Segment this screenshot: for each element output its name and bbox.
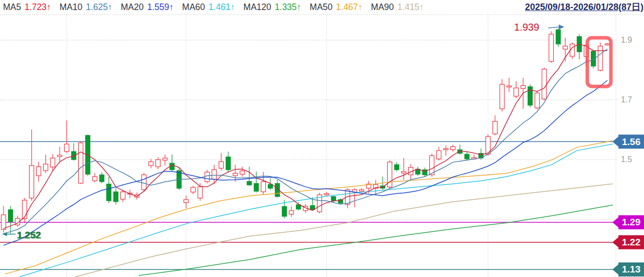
candle-up [121,192,125,199]
price-badge-value: 1.56 [622,136,640,147]
candle-up [521,85,526,88]
candle-up [205,172,210,182]
ma-legend-label: MA120 [243,2,271,13]
candle-up [430,156,434,175]
candle-up [493,121,498,134]
ma-legend-label: MA60 [182,2,205,13]
y-axis-label: 1.5 [621,155,632,164]
ma-legend-label: MA50 [309,2,333,13]
candle-down [170,163,175,170]
annotation-arrows [2,25,564,236]
ma-legend-item-ma50: MA501.467↑ [309,2,362,13]
candle-up [549,34,554,61]
ma-legend-item-ma10: MA101.625↑ [60,2,112,13]
candle-up [30,166,34,198]
ma-legend-item-ma90: MA901.415↑ [371,2,424,13]
candle-down [395,165,399,170]
candle-down [332,197,336,201]
candle-up [535,93,540,108]
candle-down [114,192,118,202]
candle-down [100,175,104,182]
candle-up [261,182,266,192]
candle-up [598,46,603,70]
candle-up [79,143,83,183]
ma-legend: MA51.723↑MA101.625↑MA201.559↑MA601.461↑M… [3,1,432,14]
candle-up [437,151,441,159]
candle-up [191,187,196,192]
candle-up [212,170,217,179]
candle-up [44,164,48,171]
candlestick-chart[interactable]: 1.561.291.221.13 [0,0,644,277]
candle-down [247,181,252,185]
ma-legend-value: 1.559↑ [147,2,174,13]
ma-legend-value: 1.723↑ [25,2,51,13]
candle-up [240,171,245,175]
candles [2,29,610,234]
candle-up [65,144,69,152]
candle-up [93,177,97,181]
candle-up [605,44,610,45]
candle-down [226,157,231,170]
ma-line-ma90 [75,184,613,277]
candle-up [289,211,294,214]
ma-legend-value: 1.625↑ [86,2,112,13]
y-axis-label: 1.9 [621,36,632,45]
candle-up [360,190,364,191]
candle-down [254,184,259,191]
ma-legend-item-ma20: MA201.559↑ [121,2,174,13]
stock-chart-app: 1.561.291.221.13 MA51.723↑MA101.625↑MA20… [0,0,644,277]
candle-up [23,200,27,219]
candle-up [507,86,512,87]
candle-up [51,158,55,167]
candle-up [142,175,146,190]
candle-up [444,149,448,150]
ma-legend-label: MA20 [121,2,144,13]
candle-up [163,158,168,160]
price-badge-value: 1.13 [622,264,640,274]
price-badge-value: 1.22 [622,237,640,247]
grid-layer [0,15,644,277]
ma-line-ma20 [4,80,607,245]
candle-up [325,194,329,195]
candle-up [500,84,505,109]
candle-up [156,160,160,167]
ma-line-ma5 [4,44,607,229]
candle-up [563,46,568,49]
ma-legend-label: MA90 [371,2,394,13]
candle-up [451,147,455,150]
y-axis-label: 1.7 [621,95,632,104]
ma-legend-value: 1.335↑ [275,2,301,13]
ma-legend-item-ma5: MA51.723↑ [3,2,51,13]
candle-up [542,69,547,99]
candle-up [149,162,153,166]
candle-up [402,172,406,173]
ma-legend-value: 1.467↑ [336,2,363,13]
candle-up [184,200,189,203]
price-level-lines [0,142,613,269]
candle-up [219,162,224,168]
candle-up [58,155,62,157]
ma-legend-item-ma60: MA601.461↑ [182,2,235,13]
candle-down [282,206,287,216]
ma-legend-value: 1.415↑ [397,2,424,13]
candle-up [198,187,203,198]
candle-up [233,173,238,176]
ma-legend-value: 1.461↑ [209,2,235,13]
date-range-link[interactable]: 2025/09/18-2026/01/28(87日) [525,1,643,13]
price-badge-value: 1.29 [622,217,640,227]
ma-legend-item-ma120: MA1201.335↑ [243,2,301,13]
ma-line-ma60 [20,144,613,276]
candle-down [107,184,111,201]
candle-up [514,88,519,96]
candle-down [465,154,469,159]
high-price-annotation: 1.939 [514,22,539,33]
candle-up [37,167,41,176]
candle-up [2,215,6,229]
ma-legend-label: MA5 [3,2,21,13]
candle-down [9,210,13,222]
low-price-annotation: 1.252 [17,230,41,241]
ma-legend-label: MA10 [60,2,83,13]
candle-down [556,30,561,44]
